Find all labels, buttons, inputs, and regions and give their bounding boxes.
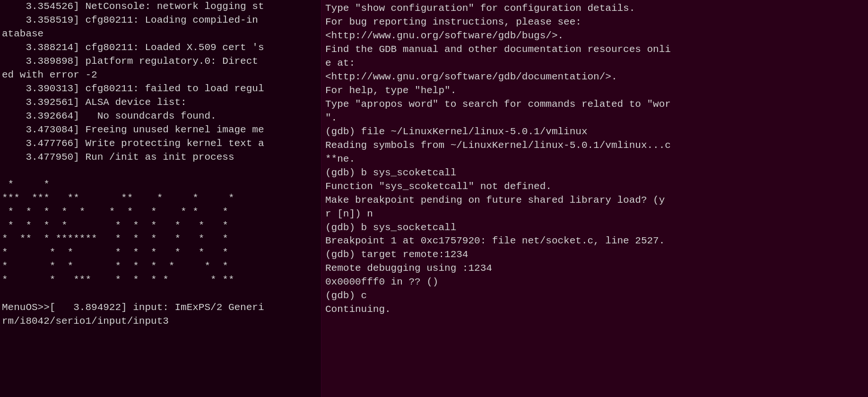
left-terminal-output: 3.354526] NetConsole: network logging st… xyxy=(0,0,321,328)
right-line-21: (gdb) c xyxy=(325,289,864,303)
right-line-20: 0x0000fff0 in ?? () xyxy=(325,276,864,289)
right-line-2: <http://www.gnu.org/software/gdb/bugs/>. xyxy=(325,29,864,43)
left-line-20: * * *** * * * * * ** xyxy=(0,274,321,287)
right-line-4: e at: xyxy=(325,57,864,70)
right-line-19: Remote debugging using :1234 xyxy=(325,262,864,276)
left-line-17: * ** * ******* * * * * * * xyxy=(0,233,321,246)
right-line-6: For help, type "help". xyxy=(325,84,864,98)
right-line-12: (gdb) b sys_scoketcall xyxy=(325,166,864,180)
left-line-13: * * xyxy=(0,178,321,192)
right-line-15: r [n]) n xyxy=(325,207,864,221)
left-line-21 xyxy=(0,287,321,301)
left-line-19: * * * * * * * * * xyxy=(0,260,321,274)
left-line-14: *** *** ** ** * * * xyxy=(0,192,321,206)
right-terminal-output: Type "show configuration" for configurat… xyxy=(325,2,864,317)
left-line-11: 3.477950] Run /init as init process xyxy=(0,151,321,164)
right-line-18: (gdb) target remote:1234 xyxy=(325,248,864,262)
right-line-3: Find the GDB manual and other documentat… xyxy=(325,43,864,57)
right-line-0: Type "show configuration" for configurat… xyxy=(325,2,864,16)
left-line-6: 3.390313] cfg80211: failed to load regul xyxy=(0,82,321,96)
left-line-7: 3.392561] ALSA device list: xyxy=(0,96,321,110)
right-terminal-pane: Type "show configuration" for configurat… xyxy=(321,0,868,397)
left-line-10: 3.477766] Write protecting kernel text a xyxy=(0,137,321,151)
left-line-15: * * * * * * * * * * * xyxy=(0,206,321,219)
left-line-22: MenuOS>>[ 3.894922] input: ImExPS/2 Gene… xyxy=(0,301,321,315)
right-line-9: (gdb) file ~/LinuxKernel/linux-5.0.1/vml… xyxy=(325,125,864,139)
right-line-16: (gdb) b sys_socketcall xyxy=(325,221,864,235)
left-line-9: 3.473084] Freeing unused kernel image me xyxy=(0,123,321,137)
right-line-17: Breakpoint 1 at 0xc1757920: file net/soc… xyxy=(325,234,864,248)
right-line-11: **ne. xyxy=(325,153,864,166)
left-line-4: 3.389898] platform regulatory.0: Direct xyxy=(0,55,321,69)
left-line-8: 3.392664] No soundcards found. xyxy=(0,110,321,123)
left-line-0: 3.354526] NetConsole: network logging st xyxy=(0,0,321,14)
left-line-23: rm/i8042/serio1/input/input3 xyxy=(0,315,321,328)
right-line-10: Reading symbols from ~/LinuxKernel/linux… xyxy=(325,139,864,153)
right-line-5: <http://www.gnu.org/software/gdb/documen… xyxy=(325,70,864,84)
left-line-5: ed with error -2 xyxy=(0,69,321,82)
right-line-14: Make breakpoint pending on future shared… xyxy=(325,194,864,207)
left-line-18: * * * * * * * * * xyxy=(0,246,321,260)
right-line-1: For bug reporting instructions, please s… xyxy=(325,16,864,29)
right-line-13: Function "sys_scoketcall" not defined. xyxy=(325,180,864,194)
left-line-16: * * * * * * * * * * xyxy=(0,219,321,233)
right-line-22: Continuing. xyxy=(325,303,864,317)
left-terminal-pane: 3.354526] NetConsole: network logging st… xyxy=(0,0,321,397)
left-line-1: 3.358519] cfg80211: Loading compiled-in xyxy=(0,14,321,27)
left-line-12 xyxy=(0,164,321,178)
right-line-7: Type "apropos word" to search for comman… xyxy=(325,98,864,112)
left-line-2: atabase xyxy=(0,27,321,41)
left-line-3: 3.388214] cfg80211: Loaded X.509 cert 's xyxy=(0,41,321,55)
right-line-8: ". xyxy=(325,112,864,125)
